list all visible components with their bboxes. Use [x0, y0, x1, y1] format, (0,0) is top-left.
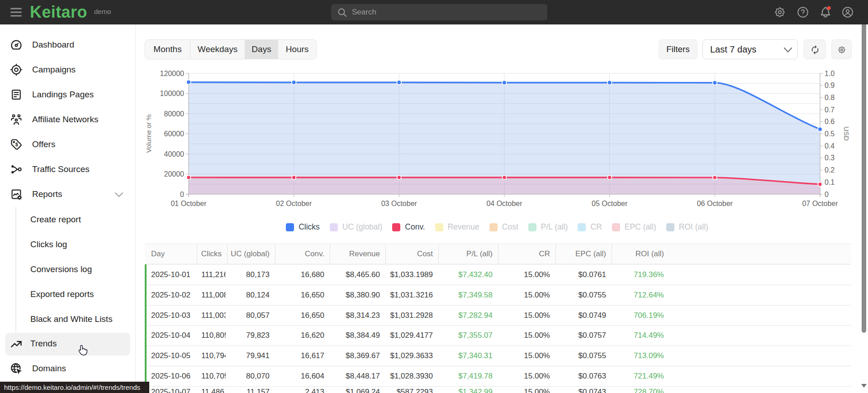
svg-text:0.1: 0.1 — [825, 178, 835, 186]
svg-text:0.6: 0.6 — [825, 118, 835, 125]
svg-text:0.3: 0.3 — [825, 154, 835, 162]
svg-text:0: 0 — [825, 191, 829, 198]
svg-text:06 October: 06 October — [697, 200, 733, 207]
svg-text:100000: 100000 — [160, 90, 184, 97]
svg-text:20000: 20000 — [164, 170, 185, 178]
svg-text:60000: 60000 — [164, 130, 185, 138]
svg-text:0.9: 0.9 — [825, 81, 835, 89]
svg-text:05 October: 05 October — [592, 200, 628, 207]
svg-text:Volume or %: Volume or % — [145, 114, 152, 153]
svg-text:0: 0 — [180, 191, 184, 198]
svg-text:0.2: 0.2 — [825, 166, 835, 174]
svg-text:1.0: 1.0 — [825, 70, 835, 77]
svg-text:0.4: 0.4 — [825, 142, 835, 150]
svg-text:$: $ — [15, 142, 18, 147]
svg-text:USD: USD — [843, 126, 850, 141]
svg-text:0.8: 0.8 — [825, 94, 835, 101]
svg-text:04 October: 04 October — [486, 200, 522, 207]
svg-text:02 October: 02 October — [276, 200, 312, 207]
svg-text:07 October: 07 October — [802, 200, 838, 207]
svg-text:120000: 120000 — [160, 70, 184, 77]
svg-text:01 October: 01 October — [171, 200, 207, 207]
svg-text:40000: 40000 — [164, 150, 185, 158]
svg-text:0.7: 0.7 — [825, 106, 835, 114]
svg-text:03 October: 03 October — [381, 200, 417, 207]
svg-text:0.5: 0.5 — [825, 130, 835, 138]
svg-text:80000: 80000 — [164, 110, 185, 118]
